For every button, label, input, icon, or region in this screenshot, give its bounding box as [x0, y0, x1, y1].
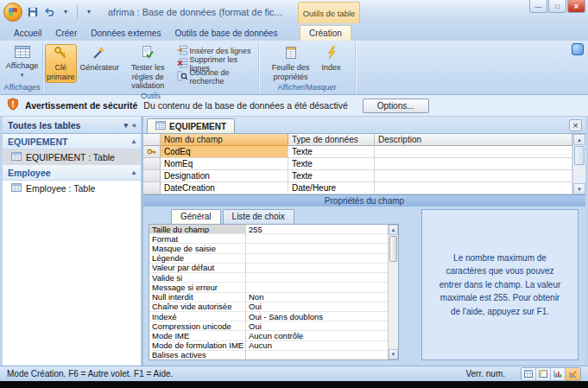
property-row[interactable]: Balises actives	[149, 350, 388, 359]
property-label[interactable]: Null interdit	[149, 293, 246, 302]
property-value[interactable]	[246, 283, 388, 291]
property-row[interactable]: Format	[149, 233, 388, 243]
tab-liste-de-choix[interactable]: Liste de choix	[223, 209, 294, 224]
minimize-button[interactable]: —	[529, 0, 547, 13]
property-label[interactable]: Balises actives	[149, 351, 246, 359]
property-value[interactable]	[246, 273, 388, 282]
property-label[interactable]: Valide si	[149, 273, 246, 282]
scroll-down-icon[interactable]: ▼	[573, 183, 585, 194]
chevron-down-icon[interactable]: ▾	[123, 121, 128, 130]
nav-group-equipement[interactable]: EQUIPEMENT ▴	[3, 134, 141, 149]
property-row[interactable]: Compression unicodeOui	[149, 321, 388, 330]
close-document-icon[interactable]: ×	[569, 119, 582, 131]
field-name-cell[interactable]: NomEq	[161, 158, 288, 170]
colonne-recherche-button[interactable]: Colonne de recherche	[175, 71, 257, 83]
row-selector[interactable]	[143, 146, 161, 158]
office-button[interactable]	[3, 3, 22, 22]
property-row[interactable]: Taille du champ255	[149, 225, 388, 233]
index-button[interactable]: Index	[316, 44, 347, 74]
tab-accueil[interactable]: Accueil	[7, 25, 48, 41]
nav-group-employee[interactable]: Employee ▴	[3, 165, 141, 181]
properties-vertical-scrollbar[interactable]: ▲ ▼	[388, 225, 398, 359]
property-row[interactable]: Légende	[149, 253, 388, 263]
generateur-button[interactable]: Générateur	[79, 44, 122, 74]
affichage-button[interactable]: Affichage ▾	[4, 44, 40, 80]
property-value[interactable]: Oui - Sans doublons	[246, 312, 388, 321]
property-value[interactable]: Non	[246, 293, 388, 302]
property-label[interactable]: Mode de formulation IME	[149, 341, 246, 350]
property-label[interactable]: Chaîne vide autorisée	[149, 302, 246, 311]
field-description-cell[interactable]	[375, 158, 572, 170]
customize-qat-icon[interactable]: ▾	[82, 5, 96, 19]
property-row[interactable]: Null interditNon	[149, 292, 388, 302]
property-label[interactable]: Masque de saisie	[149, 244, 246, 252]
row-selector[interactable]	[143, 182, 161, 194]
nav-pane-header[interactable]: Toutes les tables ▾ «	[3, 117, 141, 134]
field-type-cell[interactable]: Texte	[288, 170, 375, 182]
property-value[interactable]: Aucun	[246, 341, 388, 350]
tester-regles-validation-button[interactable]: Tester les règles de validation	[123, 44, 173, 92]
property-value[interactable]	[246, 234, 388, 243]
property-value[interactable]	[246, 244, 388, 252]
maximize-button[interactable]: □	[548, 0, 566, 13]
property-value[interactable]: Aucun contrôle	[246, 331, 388, 340]
property-label[interactable]: Indexé	[149, 312, 246, 321]
pivottable-view-button[interactable]	[536, 368, 551, 380]
property-value[interactable]	[246, 264, 388, 272]
field-type-cell[interactable]: Texte	[288, 158, 375, 170]
grid-vertical-scrollbar[interactable]: ▲ ▼	[572, 134, 585, 194]
scrollbar-thumb[interactable]	[574, 146, 585, 165]
property-label[interactable]: Compression unicode	[149, 321, 246, 330]
field-type-cell[interactable]: Date/Heure	[288, 182, 375, 194]
field-name-cell[interactable]: DateCreation	[161, 182, 288, 194]
collapse-pane-icon[interactable]: «	[132, 121, 136, 130]
help-icon[interactable]	[572, 43, 584, 55]
property-value[interactable]	[246, 351, 388, 359]
property-label[interactable]: Valeur par défaut	[149, 264, 246, 272]
property-row[interactable]: Chaîne vide autoriséeOui	[149, 302, 388, 311]
property-row[interactable]: Masque de saisie	[149, 243, 388, 252]
field-description-cell[interactable]	[375, 170, 572, 182]
property-value[interactable]: Oui	[246, 321, 388, 330]
feuille-proprietes-button[interactable]: Feuille des propriétés	[268, 44, 314, 83]
property-row[interactable]: Message si erreur	[149, 282, 388, 291]
property-row[interactable]: IndexéOui - Sans doublons	[149, 311, 388, 321]
design-view-button[interactable]	[566, 368, 580, 380]
property-row[interactable]: Valeur par défaut	[149, 263, 388, 272]
property-row[interactable]: Valide si	[149, 272, 388, 282]
row-selector[interactable]	[143, 170, 161, 182]
options-button[interactable]: Options...	[363, 99, 429, 113]
tab-outils-base-de-donnees[interactable]: Outils de base de données	[168, 25, 284, 41]
chevron-down-icon[interactable]: ▾	[59, 5, 73, 19]
property-value[interactable]: 255	[246, 225, 388, 233]
field-name-cell[interactable]: Designation	[161, 170, 288, 182]
cle-primaire-button[interactable]: Clé primaire	[45, 44, 77, 83]
tab-donnees-externes[interactable]: Données externes	[84, 25, 168, 41]
datasheet-view-button[interactable]	[522, 368, 536, 380]
undo-icon[interactable]	[42, 5, 56, 19]
property-label[interactable]: Taille du champ	[149, 225, 246, 233]
property-label[interactable]: Mode IME	[149, 331, 246, 340]
save-icon[interactable]	[26, 5, 40, 19]
row-selector[interactable]	[143, 158, 161, 170]
property-row[interactable]: Mode IMEAucun contrôle	[149, 330, 388, 340]
scroll-up-icon[interactable]: ▲	[573, 134, 585, 145]
nav-item-employee-table[interactable]: Employee : Table	[3, 181, 141, 196]
field-description-cell[interactable]	[375, 146, 572, 158]
pivotchart-view-button[interactable]	[551, 368, 566, 380]
field-type-cell[interactable]: Texte	[288, 146, 375, 158]
field-description-cell[interactable]	[375, 182, 572, 194]
property-value[interactable]: Oui	[246, 302, 388, 311]
scroll-down-icon[interactable]: ▼	[389, 349, 398, 359]
scroll-up-icon[interactable]: ▲	[389, 225, 398, 235]
property-label[interactable]: Message si erreur	[149, 283, 246, 291]
close-button[interactable]: ×	[567, 0, 585, 13]
tab-general[interactable]: Général	[171, 209, 221, 224]
property-label[interactable]: Légende	[149, 254, 246, 263]
tab-creer[interactable]: Créer	[48, 25, 84, 41]
tab-creation[interactable]: Création	[300, 25, 351, 41]
document-tab-equipement[interactable]: EQUIPEMENT	[147, 118, 235, 133]
field-name-cell[interactable]: CodEq	[161, 146, 288, 158]
scrollbar-thumb[interactable]	[389, 236, 397, 262]
property-row[interactable]: Mode de formulation IMEAucun	[149, 340, 388, 350]
